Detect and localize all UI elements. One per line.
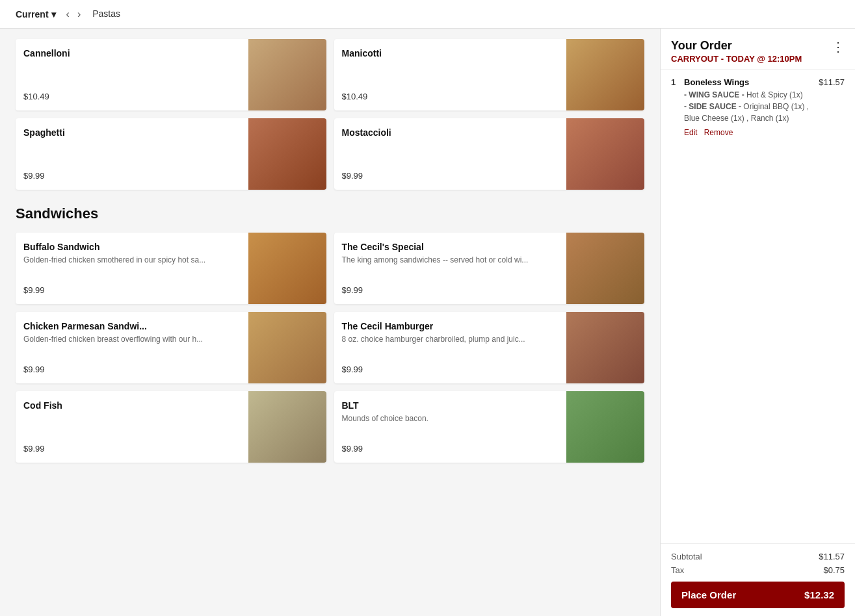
menu-card-name-cecils-special: The Cecil's Special [342,242,559,252]
menu-card-name-spaghetti: Spaghetti [23,127,241,138]
order-more-icon[interactable]: ⋮ [832,39,845,55]
menu-card-chicken-parmesan[interactable]: Chicken Parmesan Sandwi...Golden-fried c… [16,312,326,383]
nav-next-button[interactable]: › [75,8,83,20]
menu-card-price-buffalo-sandwich: $9.99 [23,285,241,295]
subtotal-value: $11.57 [819,552,845,561]
order-item-name-0: Boneless Wings [684,77,819,87]
order-item-modifier-0-1: - SIDE SAUCE - Original BBQ (1x) , Blue … [684,101,819,124]
menu-card-desc-chicken-parmesan: Golden-fried chicken breast overflowing … [23,334,241,361]
menu-card-buffalo-sandwich[interactable]: Buffalo SandwichGolden-fried chicken smo… [16,233,326,304]
nav-item-pastas[interactable]: Pastas [86,2,187,27]
subtotal-row: Subtotal $11.57 [671,552,845,561]
menu-card-price-mostaccioli: $9.99 [342,171,559,181]
pastas-grid: Cannelloni$10.49Manicotti$10.49Spaghetti… [16,39,644,190]
menu-card-spaghetti[interactable]: Spaghetti$9.99 [16,118,326,190]
menu-card-desc-cecil-hamburger: 8 oz. choice hamburger charbroiled, plum… [342,334,559,361]
order-item-action-remove-0[interactable]: Remove [704,128,733,137]
menu-card-price-cod-fish: $9.99 [23,444,241,454]
menu-card-img-mostaccioli [566,118,644,190]
menu-card-price-cannelloni: $10.49 [23,92,241,101]
menu-card-price-blt: $9.99 [342,444,559,454]
menu-card-name-cod-fish: Cod Fish [23,400,241,411]
order-item-action-edit-0[interactable]: Edit [684,128,698,137]
menu-card-name-cannelloni: Cannelloni [23,48,241,58]
menu-card-cannelloni[interactable]: Cannelloni$10.49 [16,39,326,110]
tax-row: Tax $0.75 [671,565,845,575]
order-items: 1Boneless Wings- WING SAUCE - Hot & Spic… [661,70,855,543]
order-item-0: 1Boneless Wings- WING SAUCE - Hot & Spic… [671,77,845,137]
menu-card-price-spaghetti: $9.99 [23,171,241,181]
current-label: Current [16,9,49,19]
menu-card-desc-cecils-special: The king among sandwiches -- served hot … [342,255,559,281]
menu-card-name-cecil-hamburger: The Cecil Hamburger [342,321,559,331]
place-order-button[interactable]: Place Order $12.32 [671,582,845,608]
menu-card-img-cannelloni [248,39,326,110]
sandwiches-grid: Buffalo SandwichGolden-fried chicken smo… [16,233,644,463]
menu-card-blt[interactable]: BLTMounds of choice bacon.$9.99 [334,391,645,463]
menu-card-name-chicken-parmesan: Chicken Parmesan Sandwi... [23,321,241,331]
order-subtitle: CARRYOUT - TODAY @ 12:10PM [671,54,802,64]
place-order-label: Place Order [681,589,736,600]
tax-value: $0.75 [823,565,845,575]
sandwiches-section-title: Sandwiches [16,205,644,222]
menu-card-cod-fish[interactable]: Cod Fish$9.99 [16,391,326,463]
menu-card-mostaccioli[interactable]: Mostaccioli$9.99 [334,118,645,190]
menu-card-img-cecils-special [566,233,644,304]
subtotal-label: Subtotal [671,552,702,561]
order-item-price-0: $11.57 [819,77,845,87]
menu-card-img-chicken-parmesan [248,312,326,383]
tax-label: Tax [671,565,684,575]
menu-card-img-manicotti [566,39,644,110]
place-order-total: $12.32 [804,589,834,600]
menu-card-price-manicotti: $10.49 [342,92,559,101]
menu-card-cecils-special[interactable]: The Cecil's SpecialThe king among sandwi… [334,233,645,304]
menu-card-img-cecil-hamburger [566,312,644,383]
layout: Cannelloni$10.49Manicotti$10.49Spaghetti… [0,29,855,616]
menu-card-manicotti[interactable]: Manicotti$10.49 [334,39,645,110]
order-item-modifier-0-0: - WING SAUCE - Hot & Spicy (1x) [684,89,819,101]
menu-card-img-spaghetti [248,118,326,190]
menu-card-name-manicotti: Manicotti [342,48,559,58]
order-panel: Your Order CARRYOUT - TODAY @ 12:10PM ⋮ … [660,29,855,616]
menu-card-name-blt: BLT [342,400,559,411]
menu-card-img-cod-fish [248,391,326,463]
order-footer: Subtotal $11.57 Tax $0.75 Place Order $1… [661,543,855,616]
order-item-qty-0: 1 [671,77,679,137]
order-header-text: Your Order CARRYOUT - TODAY @ 12:10PM [671,39,802,64]
order-title: Your Order [671,39,802,53]
menu-card-cecil-hamburger[interactable]: The Cecil Hamburger8 oz. choice hamburge… [334,312,645,383]
menu-card-price-cecil-hamburger: $9.99 [342,365,559,374]
dropdown-arrow-icon: ▾ [51,9,56,19]
menu-card-price-chicken-parmesan: $9.99 [23,365,241,374]
menu-card-desc-blt: Mounds of choice bacon. [342,413,559,440]
menu-card-name-buffalo-sandwich: Buffalo Sandwich [23,242,241,252]
menu-card-img-blt [566,391,644,463]
current-dropdown[interactable]: Current ▾ [10,9,61,19]
menu-content: Cannelloni$10.49Manicotti$10.49Spaghetti… [0,29,660,616]
menu-card-price-cecils-special: $9.99 [342,285,559,295]
nav-bar: Current ▾ ‹ › AppetizersSaladsSt. Louis … [0,0,855,29]
order-header: Your Order CARRYOUT - TODAY @ 12:10PM ⋮ [661,29,855,70]
nav-prev-button[interactable]: ‹ [64,8,72,20]
menu-card-desc-buffalo-sandwich: Golden-fried chicken smothered in our sp… [23,255,241,281]
menu-card-name-mostaccioli: Mostaccioli [342,127,559,138]
menu-card-img-buffalo-sandwich [248,233,326,304]
